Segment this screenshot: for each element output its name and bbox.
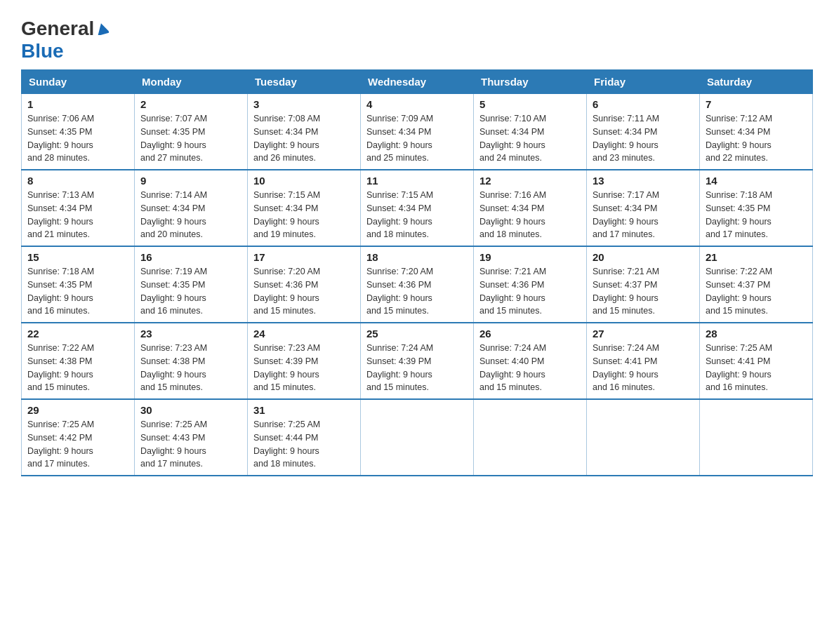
header-wednesday: Wednesday xyxy=(361,70,474,94)
calendar-cell: 10Sunrise: 7:15 AMSunset: 4:34 PMDayligh… xyxy=(248,170,361,246)
day-number: 24 xyxy=(253,328,355,340)
logo: General Blue xyxy=(21,14,109,62)
day-number: 27 xyxy=(593,328,694,340)
calendar-cell: 23Sunrise: 7:23 AMSunset: 4:38 PMDayligh… xyxy=(135,323,248,399)
header-tuesday: Tuesday xyxy=(248,70,361,94)
calendar-cell: 9Sunrise: 7:14 AMSunset: 4:34 PMDaylight… xyxy=(135,170,248,246)
header-saturday: Saturday xyxy=(700,70,813,94)
calendar-cell: 12Sunrise: 7:16 AMSunset: 4:34 PMDayligh… xyxy=(474,170,587,246)
week-row-1: 1Sunrise: 7:06 AMSunset: 4:35 PMDaylight… xyxy=(22,94,813,170)
day-info: Sunrise: 7:08 AMSunset: 4:34 PMDaylight:… xyxy=(253,112,355,165)
calendar-cell: 22Sunrise: 7:22 AMSunset: 4:38 PMDayligh… xyxy=(22,323,135,399)
day-info: Sunrise: 7:24 AMSunset: 4:41 PMDaylight:… xyxy=(593,342,694,394)
day-info: Sunrise: 7:07 AMSunset: 4:35 PMDaylight:… xyxy=(140,112,241,165)
calendar-cell: 6Sunrise: 7:11 AMSunset: 4:34 PMDaylight… xyxy=(587,94,700,170)
day-info: Sunrise: 7:10 AMSunset: 4:34 PMDaylight:… xyxy=(479,112,581,165)
day-number: 30 xyxy=(140,404,241,416)
calendar-cell: 5Sunrise: 7:10 AMSunset: 4:34 PMDaylight… xyxy=(474,94,587,170)
calendar-cell: 11Sunrise: 7:15 AMSunset: 4:34 PMDayligh… xyxy=(361,170,474,246)
calendar-cell: 8Sunrise: 7:13 AMSunset: 4:34 PMDaylight… xyxy=(22,170,135,246)
page-header: General Blue xyxy=(21,14,813,62)
calendar-cell: 27Sunrise: 7:24 AMSunset: 4:41 PMDayligh… xyxy=(587,323,700,399)
calendar-cell: 21Sunrise: 7:22 AMSunset: 4:37 PMDayligh… xyxy=(700,246,813,323)
logo-general-text: General xyxy=(21,18,94,40)
calendar-cell xyxy=(474,399,587,476)
day-number: 7 xyxy=(706,98,807,110)
calendar-cell: 15Sunrise: 7:18 AMSunset: 4:35 PMDayligh… xyxy=(22,246,135,323)
logo-blue-text: Blue xyxy=(21,40,64,62)
week-row-4: 22Sunrise: 7:22 AMSunset: 4:38 PMDayligh… xyxy=(22,323,813,399)
day-number: 9 xyxy=(140,175,241,187)
day-number: 1 xyxy=(27,98,128,110)
day-info: Sunrise: 7:23 AMSunset: 4:39 PMDaylight:… xyxy=(253,342,355,394)
day-info: Sunrise: 7:21 AMSunset: 4:36 PMDaylight:… xyxy=(479,265,581,318)
calendar-cell: 24Sunrise: 7:23 AMSunset: 4:39 PMDayligh… xyxy=(248,323,361,399)
day-info: Sunrise: 7:24 AMSunset: 4:40 PMDaylight:… xyxy=(479,342,581,394)
day-info: Sunrise: 7:20 AMSunset: 4:36 PMDaylight:… xyxy=(366,265,468,318)
day-number: 26 xyxy=(479,328,581,340)
day-number: 28 xyxy=(706,328,807,340)
day-number: 23 xyxy=(140,328,241,340)
day-number: 21 xyxy=(706,251,807,263)
day-number: 29 xyxy=(27,404,128,416)
calendar-cell xyxy=(700,399,813,476)
calendar-cell: 4Sunrise: 7:09 AMSunset: 4:34 PMDaylight… xyxy=(361,94,474,170)
day-info: Sunrise: 7:22 AMSunset: 4:37 PMDaylight:… xyxy=(706,265,807,318)
day-number: 3 xyxy=(253,98,355,110)
logo-triangle-icon xyxy=(96,22,109,38)
calendar-cell xyxy=(361,399,474,476)
calendar-cell: 26Sunrise: 7:24 AMSunset: 4:40 PMDayligh… xyxy=(474,323,587,399)
header-monday: Monday xyxy=(135,70,248,94)
day-number: 16 xyxy=(140,251,241,263)
day-number: 13 xyxy=(593,175,694,187)
day-number: 11 xyxy=(366,175,468,187)
day-info: Sunrise: 7:19 AMSunset: 4:35 PMDaylight:… xyxy=(140,265,241,318)
day-number: 10 xyxy=(253,175,355,187)
calendar-cell: 30Sunrise: 7:25 AMSunset: 4:43 PMDayligh… xyxy=(135,399,248,476)
svg-marker-0 xyxy=(96,22,109,35)
calendar-cell: 14Sunrise: 7:18 AMSunset: 4:35 PMDayligh… xyxy=(700,170,813,246)
day-number: 12 xyxy=(479,175,581,187)
day-number: 8 xyxy=(27,175,128,187)
day-info: Sunrise: 7:22 AMSunset: 4:38 PMDaylight:… xyxy=(27,342,128,394)
day-info: Sunrise: 7:06 AMSunset: 4:35 PMDaylight:… xyxy=(27,112,128,165)
calendar-cell: 29Sunrise: 7:25 AMSunset: 4:42 PMDayligh… xyxy=(22,399,135,476)
day-info: Sunrise: 7:21 AMSunset: 4:37 PMDaylight:… xyxy=(593,265,694,318)
calendar-cell: 18Sunrise: 7:20 AMSunset: 4:36 PMDayligh… xyxy=(361,246,474,323)
day-number: 19 xyxy=(479,251,581,263)
day-info: Sunrise: 7:25 AMSunset: 4:41 PMDaylight:… xyxy=(706,342,807,394)
day-number: 31 xyxy=(253,404,355,416)
day-info: Sunrise: 7:09 AMSunset: 4:34 PMDaylight:… xyxy=(366,112,468,165)
day-number: 6 xyxy=(593,98,694,110)
header-thursday: Thursday xyxy=(474,70,587,94)
day-info: Sunrise: 7:18 AMSunset: 4:35 PMDaylight:… xyxy=(27,265,128,318)
day-number: 22 xyxy=(27,328,128,340)
day-info: Sunrise: 7:17 AMSunset: 4:34 PMDaylight:… xyxy=(593,189,694,241)
day-number: 25 xyxy=(366,328,468,340)
day-info: Sunrise: 7:15 AMSunset: 4:34 PMDaylight:… xyxy=(366,189,468,241)
day-number: 15 xyxy=(27,251,128,263)
day-info: Sunrise: 7:12 AMSunset: 4:34 PMDaylight:… xyxy=(706,112,807,165)
day-info: Sunrise: 7:25 AMSunset: 4:44 PMDaylight:… xyxy=(253,418,355,471)
header-friday: Friday xyxy=(587,70,700,94)
day-info: Sunrise: 7:15 AMSunset: 4:34 PMDaylight:… xyxy=(253,189,355,241)
calendar-table: SundayMondayTuesdayWednesdayThursdayFrid… xyxy=(21,69,813,476)
day-number: 5 xyxy=(479,98,581,110)
day-info: Sunrise: 7:24 AMSunset: 4:39 PMDaylight:… xyxy=(366,342,468,394)
day-number: 4 xyxy=(366,98,468,110)
day-info: Sunrise: 7:25 AMSunset: 4:42 PMDaylight:… xyxy=(27,418,128,471)
calendar-cell: 16Sunrise: 7:19 AMSunset: 4:35 PMDayligh… xyxy=(135,246,248,323)
calendar-cell: 25Sunrise: 7:24 AMSunset: 4:39 PMDayligh… xyxy=(361,323,474,399)
header-sunday: Sunday xyxy=(22,70,135,94)
calendar-header-row: SundayMondayTuesdayWednesdayThursdayFrid… xyxy=(22,70,813,94)
day-info: Sunrise: 7:18 AMSunset: 4:35 PMDaylight:… xyxy=(706,189,807,241)
day-number: 14 xyxy=(706,175,807,187)
calendar-cell: 7Sunrise: 7:12 AMSunset: 4:34 PMDaylight… xyxy=(700,94,813,170)
day-info: Sunrise: 7:14 AMSunset: 4:34 PMDaylight:… xyxy=(140,189,241,241)
calendar-cell: 13Sunrise: 7:17 AMSunset: 4:34 PMDayligh… xyxy=(587,170,700,246)
day-info: Sunrise: 7:25 AMSunset: 4:43 PMDaylight:… xyxy=(140,418,241,471)
day-info: Sunrise: 7:13 AMSunset: 4:34 PMDaylight:… xyxy=(27,189,128,241)
calendar-cell: 20Sunrise: 7:21 AMSunset: 4:37 PMDayligh… xyxy=(587,246,700,323)
calendar-cell: 19Sunrise: 7:21 AMSunset: 4:36 PMDayligh… xyxy=(474,246,587,323)
calendar-cell: 28Sunrise: 7:25 AMSunset: 4:41 PMDayligh… xyxy=(700,323,813,399)
